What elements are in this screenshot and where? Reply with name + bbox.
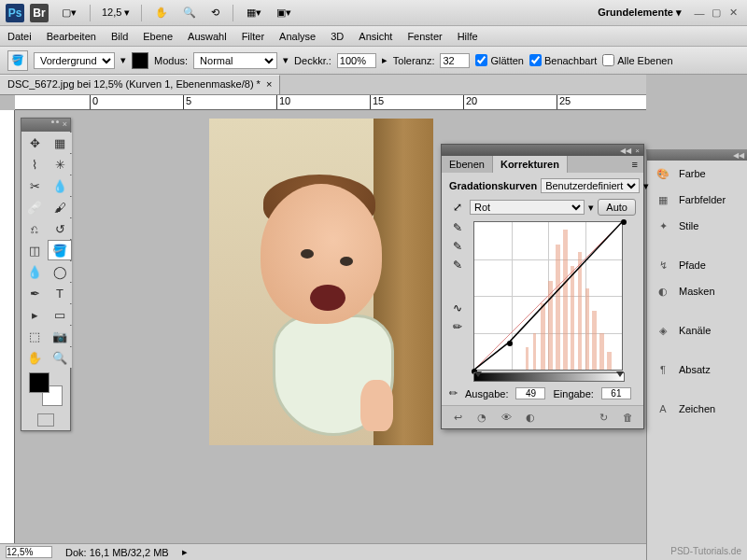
history-brush-tool[interactable]: ↺ — [48, 218, 72, 239]
panel-farbe[interactable]: 🎨Farbe — [647, 161, 747, 187]
panel-masken[interactable]: ◐Masken — [647, 278, 747, 304]
return-icon[interactable]: ↩ — [449, 410, 466, 425]
input-input[interactable] — [601, 387, 631, 399]
panel-kanaele[interactable]: ◈Kanäle — [647, 317, 747, 343]
blend-mode-select[interactable]: Normal — [193, 52, 277, 69]
menu-ansicht[interactable]: Ansicht — [359, 31, 392, 42]
menu-auswahl[interactable]: Auswahl — [188, 31, 227, 42]
type-tool[interactable]: T — [48, 283, 72, 303]
dodge-tool[interactable]: ◯ — [48, 261, 72, 282]
standard-mode-button[interactable] — [37, 413, 54, 427]
workspace-switcher[interactable]: Grundelemente ▾ — [598, 7, 682, 19]
dock-header[interactable]: ◀◀ — [647, 149, 747, 161]
foreground-color[interactable] — [29, 372, 49, 393]
menu-hilfe[interactable]: Hilfe — [458, 31, 478, 42]
3d-camera-tool[interactable]: 📷 — [48, 326, 72, 346]
paint-bucket-icon[interactable]: 🪣 — [7, 50, 28, 71]
fill-source-select[interactable]: Vordergrund — [34, 52, 115, 69]
antialias-checkbox[interactable]: Glätten — [475, 54, 523, 66]
status-arrow-icon[interactable]: ▸ — [182, 546, 188, 558]
maximize-button[interactable]: ▢ — [710, 7, 723, 20]
eyedropper-tool[interactable]: 💧 — [48, 175, 72, 196]
menu-ebene[interactable]: Ebene — [143, 31, 173, 42]
contiguous-checkbox[interactable]: Benachbart — [529, 54, 597, 66]
arrange-dropdown[interactable]: ▦▾ — [243, 5, 265, 21]
reset-icon[interactable]: ↻ — [595, 410, 612, 425]
healing-tool[interactable]: 🩹 — [22, 197, 47, 217]
menu-bearbeiten[interactable]: Bearbeiten — [47, 31, 96, 42]
close-button[interactable]: ✕ — [726, 7, 740, 20]
options-bar: 🪣 Vordergrund ▾ Modus: Normal ▾ Deckkr.:… — [0, 47, 747, 75]
curve-anchor[interactable] — [507, 341, 513, 346]
menu-analyse[interactable]: Analyse — [279, 31, 316, 42]
auto-button[interactable]: Auto — [598, 199, 636, 216]
zoom-input[interactable] — [6, 546, 52, 558]
zoom-level[interactable]: 12,5 ▾ — [102, 7, 130, 19]
menu-filter[interactable]: Filter — [242, 31, 264, 42]
tab-ebenen[interactable]: Ebenen — [442, 156, 493, 173]
close-icon[interactable]: × — [635, 147, 640, 155]
menu-fenster[interactable]: Fenster — [407, 31, 442, 42]
preset-select[interactable]: Benutzerdefiniert — [541, 178, 640, 193]
target-adjust-icon[interactable]: ⤢ — [449, 201, 466, 214]
quick-select-tool[interactable]: ✳ — [48, 154, 72, 175]
zoom-tool[interactable]: 🔍 — [48, 347, 72, 368]
shape-tool[interactable]: ▭ — [48, 304, 72, 325]
blur-tool[interactable]: 💧 — [22, 261, 47, 282]
clip-icon[interactable]: ◔ — [473, 410, 490, 425]
lasso-tool[interactable]: ⌇ — [22, 154, 47, 175]
color-picker[interactable] — [29, 372, 63, 406]
menu-datei[interactable]: Datei — [7, 31, 32, 42]
tab-korrekturen[interactable]: Korrekturen — [493, 156, 568, 173]
gray-point-eyedropper[interactable]: ✎ — [449, 240, 466, 253]
3d-tool[interactable]: ⬚ — [22, 326, 47, 346]
output-input[interactable] — [515, 387, 545, 399]
hand-tool-icon[interactable]: ✋ — [151, 5, 172, 21]
panel-absatz[interactable]: ¶Absatz — [647, 357, 747, 383]
zoom-tool-icon[interactable]: 🔍 — [179, 5, 200, 21]
close-icon[interactable]: × — [63, 119, 67, 131]
delete-icon[interactable]: 🗑 — [619, 410, 636, 425]
black-point-eyedropper[interactable]: ✎ — [449, 221, 466, 234]
menu-3d[interactable]: 3D — [331, 31, 344, 42]
all-layers-checkbox[interactable]: Alle Ebenen — [602, 54, 672, 66]
panel-header[interactable]: ◀◀× — [442, 145, 643, 156]
pen-tool[interactable]: ✒ — [22, 283, 47, 303]
swatches-icon: ▦ — [655, 192, 671, 207]
eraser-tool[interactable]: ◫ — [22, 240, 47, 260]
visibility-icon[interactable]: 👁 — [498, 410, 514, 425]
panel-stile[interactable]: ✦Stile — [647, 213, 747, 239]
pencil-mode-icon[interactable]: ✏ — [449, 320, 466, 333]
menu-bild[interactable]: Bild — [111, 31, 128, 42]
bridge-logo-icon[interactable]: Br — [30, 4, 49, 22]
svg-line-0 — [474, 222, 622, 370]
minimize-button[interactable]: — — [693, 7, 706, 20]
tools-panel-header[interactable]: × — [21, 119, 70, 132]
crop-tool[interactable]: ✂ — [22, 175, 47, 196]
tolerance-input[interactable] — [440, 53, 470, 68]
stamp-tool[interactable]: ⎌ — [22, 218, 47, 239]
hand-tool[interactable]: ✋ — [22, 347, 47, 368]
marquee-tool[interactable]: ▦ — [48, 133, 72, 153]
layout-dropdown[interactable]: ▢▾ — [58, 5, 80, 21]
color-swatch[interactable] — [132, 52, 148, 69]
paint-bucket-tool[interactable]: 🪣 — [48, 240, 72, 260]
channel-select[interactable]: Rot — [470, 200, 585, 215]
brush-tool[interactable]: 🖌 — [48, 197, 72, 217]
rotate-tool-icon[interactable]: ⟲ — [207, 5, 223, 21]
move-tool[interactable]: ✥ — [22, 133, 47, 153]
panel-farbfelder[interactable]: ▦Farbfelder — [647, 187, 747, 213]
input-gradient[interactable] — [473, 372, 625, 382]
panel-menu-icon[interactable]: ≡ — [627, 156, 643, 173]
white-point-eyedropper[interactable]: ✎ — [449, 259, 466, 272]
curves-graph[interactable] — [473, 221, 623, 371]
view-previous-icon[interactable]: ◐ — [522, 410, 539, 425]
curve-mode-icon[interactable]: ∿ — [449, 301, 466, 315]
path-select-tool[interactable]: ▸ — [22, 304, 47, 325]
panel-zeichen[interactable]: AZeichen — [647, 396, 747, 422]
panel-pfade[interactable]: ↯Pfade — [647, 252, 747, 278]
document-tab[interactable]: DSC_5672.jpg bei 12,5% (Kurven 1, Ebenen… — [0, 75, 280, 94]
curve-line — [474, 222, 622, 370]
screen-mode-dropdown[interactable]: ▣▾ — [273, 5, 295, 21]
opacity-input[interactable] — [337, 53, 376, 68]
